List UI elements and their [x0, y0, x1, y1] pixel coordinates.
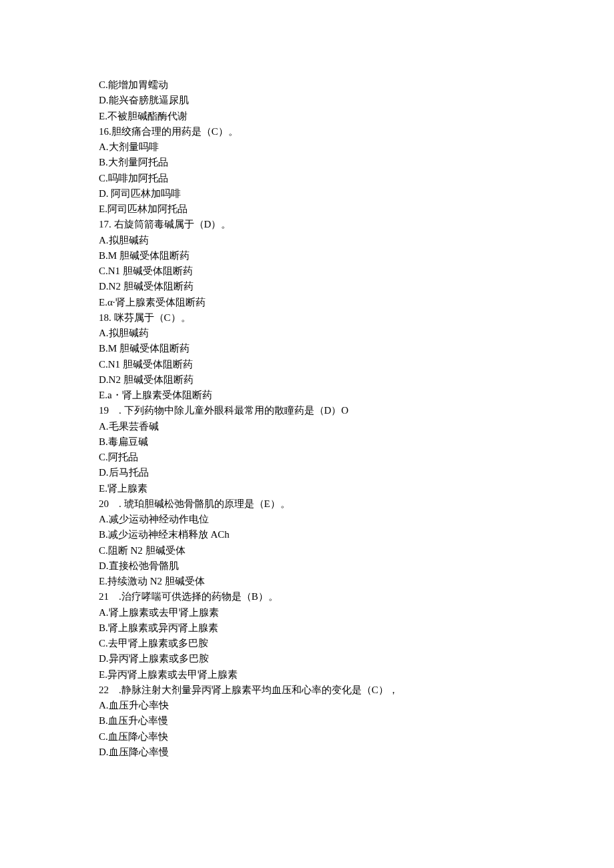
text-line: E.异丙肾上腺素或去甲肾上腺素	[99, 667, 614, 683]
text-line: 20 . 琥珀胆碱松弛骨骼肌的原理是（E）。	[99, 496, 614, 512]
text-line: B.减少运动神经末梢释放 ACh	[99, 527, 614, 542]
text-line: B.大剂量阿托品	[99, 155, 614, 170]
text-line: C.吗啡加阿托品	[99, 171, 614, 186]
document-page: C.能增加胃蠕动 D.能兴奋膀胱逼尿肌 E.不被胆碱酯酶代谢 16.胆绞痛合理的…	[0, 0, 614, 868]
text-line: C.血压降心率快	[99, 729, 614, 745]
text-line: D.N2 胆碱受体阻断药	[99, 279, 614, 294]
text-line: D.异丙肾上腺素或多巴胺	[99, 651, 614, 667]
text-line: 21 .治疗哮喘可供选择的药物是（B）。	[99, 589, 614, 604]
text-line: E.持续激动 N2 胆碱受体	[99, 574, 614, 589]
text-line: A.大剂量吗啡	[99, 139, 614, 155]
text-line: E.不被胆碱酯酶代谢	[99, 109, 614, 124]
text-line: B.肾上腺素或异丙肾上腺素	[99, 620, 614, 636]
text-line: D.后马托品	[99, 465, 614, 480]
text-line: D.N2 胆碱受体阻断药	[99, 372, 614, 388]
text-line: D.能兴奋膀胱逼尿肌	[99, 93, 614, 108]
text-line: B.M 胆碱受体阻断药	[99, 341, 614, 356]
text-line: A.拟胆碱药	[99, 326, 614, 341]
text-line: A.毛果芸香碱	[99, 419, 614, 434]
text-line: C.能增加胃蠕动	[99, 77, 614, 93]
text-line: B.毒扁豆碱	[99, 434, 614, 450]
text-line: E.肾上腺素	[99, 481, 614, 496]
text-line: B.M 胆碱受体阻断药	[99, 248, 614, 264]
text-line: B.血压升心率慢	[99, 713, 614, 729]
text-line: C.N1 胆碱受体阻断药	[99, 264, 614, 279]
text-line: E.a・肾上腺素受体阻断药	[99, 388, 614, 403]
text-line: A.血压升心率快	[99, 698, 614, 713]
text-line: D. 阿司匹林加吗啡	[99, 186, 614, 201]
text-line: C.去甲肾上腺素或多巴胺	[99, 636, 614, 651]
text-line: D.直接松弛骨骼肌	[99, 558, 614, 574]
text-line: E.α·肾上腺素受体阻断药	[99, 295, 614, 310]
text-line: E.阿司匹林加阿托品	[99, 201, 614, 217]
text-line: 16.胆绞痛合理的用药是（C）。	[99, 124, 614, 139]
text-line: 18. 咪芬属于（C）。	[99, 310, 614, 326]
text-line: A.减少运动神经动作电位	[99, 512, 614, 527]
text-line: 19 . 下列药物中除儿童外眼科最常用的散瞳药是（D）O	[99, 403, 614, 418]
text-line: A.肾上腺素或去甲肾上腺素	[99, 605, 614, 620]
text-line: A.拟胆碱药	[99, 233, 614, 248]
text-line: C.阻断 N2 胆碱受体	[99, 543, 614, 558]
text-line: 17. 右旋筒箭毒碱属于（D）。	[99, 217, 614, 232]
text-line: 22 .静脉注射大剂量异丙肾上腺素平均血压和心率的变化是（C），	[99, 683, 614, 698]
text-line: C.N1 胆碱受体阻断药	[99, 357, 614, 372]
text-line: C.阿托品	[99, 450, 614, 465]
text-line: D.血压降心率慢	[99, 745, 614, 760]
